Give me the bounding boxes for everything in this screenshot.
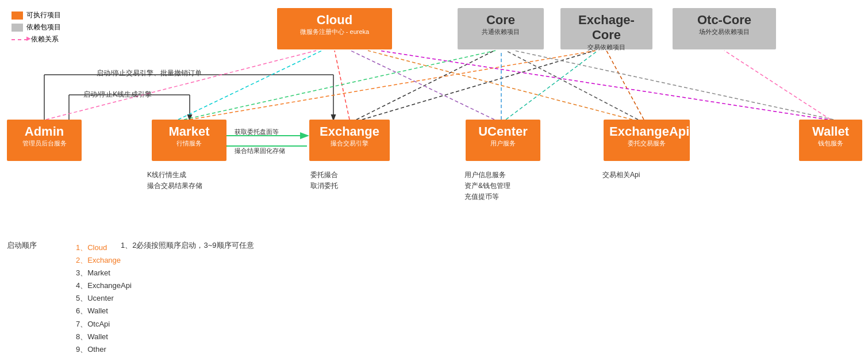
- cloud-box: Cloud 微服务注册中心 - eureka: [277, 8, 392, 49]
- legend-dash: 依赖关系: [11, 34, 61, 44]
- startup-item-5: 5、Ucenter: [76, 292, 132, 305]
- wallet-box: Wallet 钱包服务: [799, 120, 862, 161]
- svg-line-15: [351, 51, 494, 120]
- admin-box: Admin 管理员后台服务: [7, 120, 82, 161]
- exchange-annotation-2: 取消委托: [310, 181, 338, 191]
- exchangeapi-annotation: 交易相关Api: [602, 170, 640, 181]
- exchage-core-box: Exchage-Core 交易依赖项目: [560, 8, 652, 49]
- core-title: Core: [463, 13, 538, 28]
- svg-line-10: [362, 51, 595, 120]
- startup-list: 1、Cloud2、Exchange3、Market4、ExchangeApi5、…: [76, 241, 132, 353]
- wallet-subtitle: 钱包服务: [805, 139, 857, 148]
- exchange-title: Exchange: [315, 124, 384, 139]
- exchangeapi-subtitle: 委托交易服务: [609, 139, 684, 148]
- market-box: Market 行情服务: [152, 120, 226, 161]
- svg-line-17: [506, 51, 598, 120]
- exchage-core-subtitle: 交易依赖项目: [566, 43, 647, 52]
- cloud-subtitle: 微服务注册中心 - eureka: [283, 28, 386, 36]
- market-exchange-bottom-label: 撮合结果固化存储: [235, 147, 285, 155]
- admin-annotation-2: 启动/停止K线生成引擎: [83, 89, 152, 100]
- exchangeapi-box: ExchangeApi 委托交易服务: [604, 120, 690, 161]
- startup-item-2: 2、Exchange: [76, 254, 132, 267]
- legend-gray: 依赖包项目: [11, 22, 61, 32]
- legend-gray-box: [11, 24, 23, 32]
- exchange-annotation-1: 委托撮合: [310, 170, 338, 181]
- market-annotation-1: K线行情生成: [147, 170, 202, 181]
- startup-item-9: 9、Other: [76, 343, 132, 353]
- exchage-core-title: Exchage-Core: [566, 13, 647, 43]
- svg-line-12: [184, 51, 496, 120]
- startup-item-7: 7、OtcApi: [76, 318, 132, 331]
- market-exchange-top-label: 获取委托盘面等: [235, 128, 279, 136]
- startup-note: 1、2必须按照顺序启动，3~9顺序可任意: [121, 240, 254, 251]
- startup-title: 启动顺序: [7, 240, 37, 251]
- startup-item-4: 4、ExchangeApi: [76, 279, 132, 292]
- svg-line-9: [356, 51, 494, 120]
- svg-line-22: [379, 51, 828, 120]
- startup-item-8: 8、Wallet: [76, 331, 132, 343]
- ucenter-annotation-2: 资产&钱包管理: [464, 181, 510, 191]
- legend: 可执行项目 依赖包项目 依赖关系: [11, 10, 61, 47]
- svg-line-23: [514, 51, 834, 120]
- market-subtitle: 行情服务: [158, 139, 221, 148]
- market-annotation: K线行情生成 撮合交易结果存储: [147, 170, 202, 191]
- svg-line-13: [190, 51, 596, 120]
- legend-orange-label: 可执行项目: [26, 10, 61, 20]
- svg-line-18: [368, 51, 632, 120]
- market-title: Market: [158, 124, 221, 139]
- svg-line-8: [335, 51, 349, 120]
- wallet-title: Wallet: [805, 124, 857, 139]
- exchange-annotation: 委托撮合 取消委托: [310, 170, 338, 191]
- legend-dash-label: 依赖关系: [31, 34, 59, 44]
- ucenter-box: UCenter 用户服务: [466, 120, 540, 161]
- cloud-title: Cloud: [283, 13, 386, 28]
- otc-core-box: Otc-Core 场外交易依赖项目: [673, 8, 776, 49]
- exchange-box: Exchange 撮合交易引擎: [309, 120, 390, 161]
- admin-annotation-1: 启动/停止交易引擎、批量撤销订单: [97, 68, 202, 79]
- legend-orange: 可执行项目: [11, 10, 61, 20]
- market-annotation-2: 撮合交易结果存储: [147, 181, 202, 191]
- legend-gray-label: 依赖包项目: [26, 22, 61, 32]
- exchange-subtitle: 撮合交易引擎: [315, 139, 384, 148]
- svg-line-21: [724, 51, 831, 120]
- ucenter-title: UCenter: [471, 124, 535, 139]
- legend-orange-box: [11, 11, 23, 20]
- ucenter-subtitle: 用户服务: [471, 139, 535, 148]
- startup-section: 启动顺序 1、Cloud2、Exchange3、Market4、Exchange…: [7, 240, 132, 353]
- startup-item-6: 6、Wallet: [76, 305, 132, 317]
- exchangeapi-title: ExchangeApi: [609, 124, 684, 139]
- core-box: Core 共通依赖项目: [458, 8, 544, 49]
- svg-line-19: [506, 51, 638, 120]
- core-subtitle: 共通依赖项目: [463, 28, 538, 36]
- ucenter-annotation-3: 充值提币等: [464, 191, 510, 202]
- legend-dash-line: [11, 39, 28, 40]
- admin-title: Admin: [13, 124, 76, 139]
- startup-item-3: 3、Market: [76, 267, 132, 279]
- diagram-container: 可执行项目 依赖包项目 依赖关系: [0, 0, 868, 353]
- ucenter-annotation: 用户信息服务 资产&钱包管理 充值提币等: [464, 170, 510, 203]
- exchangeapi-annotation-1: 交易相关Api: [602, 170, 640, 181]
- svg-line-11: [178, 51, 322, 120]
- otc-core-title: Otc-Core: [678, 13, 770, 28]
- admin-subtitle: 管理员后台服务: [13, 139, 76, 148]
- svg-line-20: [606, 51, 644, 120]
- ucenter-annotation-1: 用户信息服务: [464, 170, 510, 181]
- svg-line-14: [46, 51, 316, 120]
- otc-core-subtitle: 场外交易依赖项目: [678, 28, 770, 36]
